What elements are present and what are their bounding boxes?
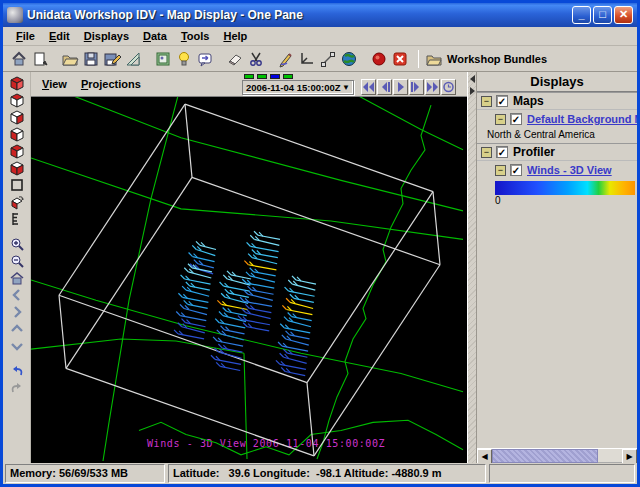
pan-left-icon[interactable] <box>8 286 26 303</box>
show-dashboard-icon[interactable] <box>9 49 29 69</box>
support-request-icon[interactable] <box>195 49 215 69</box>
scroll-left-button[interactable]: ◀ <box>477 449 492 463</box>
step-forward-button[interactable] <box>409 79 424 95</box>
collapse-profiler-icon[interactable]: − <box>481 147 492 158</box>
scroll-right-button[interactable]: ▶ <box>622 449 637 463</box>
message-status <box>489 464 635 483</box>
erase-displays-icon[interactable] <box>225 49 245 69</box>
save-bundle-icon[interactable] <box>81 49 101 69</box>
background-maps-subtext: North & Central America <box>477 128 637 143</box>
maps-visibility-checkbox[interactable]: ✓ <box>496 95 508 107</box>
create-display-icon[interactable] <box>30 49 50 69</box>
open-bundle-icon[interactable] <box>60 49 80 69</box>
go-to-start-button[interactable] <box>361 79 376 95</box>
menu-view[interactable]: View <box>35 78 74 90</box>
zoom-in-icon[interactable] <box>8 235 26 252</box>
minimize-button[interactable]: _ <box>572 6 591 24</box>
top-view-icon[interactable] <box>8 91 26 108</box>
workshop-bundles-menu[interactable]: Workshop Bundles <box>426 52 547 66</box>
collapse-left-icon[interactable] <box>470 75 475 83</box>
profiler-group-label: Profiler <box>513 145 555 159</box>
title-bar[interactable]: Unidata Workshop IDV - Map Display - One… <box>3 3 637 27</box>
map-3d-view[interactable]: Winds - 3D View 2006-11-04 15:00:00Z <box>31 96 467 463</box>
drawing-tools-icon[interactable] <box>123 49 143 69</box>
front-view-icon[interactable] <box>8 159 26 176</box>
time-step-1[interactable] <box>244 74 254 79</box>
menu-help[interactable]: Help <box>216 30 254 42</box>
vertical-range-icon[interactable] <box>8 210 26 227</box>
panel-splitter[interactable] <box>467 72 477 463</box>
background-maps-link[interactable]: Default Background Ma... <box>527 113 637 125</box>
map-3d-scene[interactable]: Winds - 3D View 2006-11-04 15:00:00Z <box>31 97 467 463</box>
bundle-folder-icon <box>426 52 442 66</box>
pan-up-icon[interactable] <box>8 320 26 337</box>
maximize-button[interactable]: □ <box>593 6 612 24</box>
pan-right-icon[interactable] <box>8 303 26 320</box>
edit-formulas-icon[interactable] <box>276 49 296 69</box>
view-toolbar <box>3 72 31 463</box>
menu-displays[interactable]: Displays <box>77 30 136 42</box>
scrollbar-thumb[interactable] <box>492 449 598 463</box>
parallel-view-icon[interactable] <box>8 176 26 193</box>
step-back-button[interactable] <box>377 79 392 95</box>
cut-icon[interactable] <box>246 49 266 69</box>
remove-all-icon[interactable] <box>390 49 410 69</box>
auto-rotate-icon[interactable] <box>8 193 26 210</box>
background-maps-row[interactable]: − ✓ Default Background Ma... <box>477 110 637 128</box>
winds-3d-row[interactable]: − ✓ Winds - 3D View <box>477 161 637 179</box>
displays-panel: Displays − ✓ Maps − ✓ Default Background… <box>477 72 637 463</box>
close-button[interactable]: ✕ <box>614 6 633 24</box>
app-window: Unidata Workshop IDV - Map Display - One… <box>0 0 640 487</box>
menu-bar: File Edit Displays Data Tools Help <box>3 27 637 46</box>
menu-projections[interactable]: Projections <box>74 78 148 90</box>
undo-icon[interactable] <box>8 362 26 379</box>
zoom-out-icon[interactable] <box>8 252 26 269</box>
menu-file[interactable]: File <box>9 30 42 42</box>
collapse-right-icon[interactable] <box>470 87 475 95</box>
time-step-indicator[interactable] <box>244 74 296 79</box>
legend-horizontal-scrollbar[interactable]: ◀ ▶ <box>477 448 637 463</box>
left-view-icon[interactable] <box>8 125 26 142</box>
perspective-view-icon[interactable] <box>8 74 26 91</box>
collapse-maps-icon[interactable]: − <box>481 96 492 107</box>
profiler-group-row[interactable]: − ✓ Profiler <box>477 143 637 161</box>
capture-image-icon[interactable] <box>153 49 173 69</box>
time-select[interactable]: 2006-11-04 15:00:00Z ▼ <box>242 80 354 95</box>
range-rings-icon[interactable] <box>297 49 317 69</box>
winds-3d-link[interactable]: Winds - 3D View <box>527 164 612 176</box>
animation-properties-button[interactable] <box>441 79 456 95</box>
bottom-view-icon[interactable] <box>8 108 26 125</box>
menu-edit[interactable]: Edit <box>42 30 77 42</box>
main-toolbar: Workshop Bundles <box>3 46 637 72</box>
scrollbar-track[interactable] <box>598 449 622 463</box>
reset-view-icon[interactable] <box>8 269 26 286</box>
menu-data[interactable]: Data <box>136 30 174 42</box>
record-movie-icon[interactable] <box>369 49 389 69</box>
menu-tools[interactable]: Tools <box>174 30 217 42</box>
collapse-background-maps-icon[interactable]: − <box>495 114 506 125</box>
redo-icon[interactable] <box>8 379 26 396</box>
pan-down-icon[interactable] <box>8 337 26 354</box>
cursor-position-status: Latitude: 39.6 Longitude: -98.1 Altitude… <box>168 464 486 483</box>
winds-visibility-checkbox[interactable]: ✓ <box>510 164 522 176</box>
status-bar: Memory: 56/69/533 MB Latitude: 39.6 Long… <box>3 463 637 484</box>
save-bundle-as-icon[interactable] <box>102 49 122 69</box>
time-step-2[interactable] <box>257 74 267 79</box>
wind-speed-colorbar[interactable] <box>495 181 635 195</box>
go-to-end-button[interactable] <box>425 79 440 95</box>
profiler-visibility-checkbox[interactable]: ✓ <box>496 146 508 158</box>
animation-controls <box>361 79 457 95</box>
maps-group-row[interactable]: − ✓ Maps <box>477 92 637 110</box>
show-tips-icon[interactable] <box>174 49 194 69</box>
right-view-icon[interactable] <box>8 142 26 159</box>
background-maps-checkbox[interactable]: ✓ <box>510 113 522 125</box>
show-globe-icon[interactable] <box>339 49 359 69</box>
displays-panel-title: Displays <box>477 72 637 92</box>
collapse-winds-icon[interactable]: − <box>495 165 506 176</box>
workshop-bundles-label: Workshop Bundles <box>447 53 547 65</box>
time-step-3[interactable] <box>270 74 280 79</box>
play-button[interactable] <box>393 79 408 95</box>
draw-transect-icon[interactable] <box>318 49 338 69</box>
time-step-4[interactable] <box>283 74 293 79</box>
maps-group-label: Maps <box>513 94 544 108</box>
